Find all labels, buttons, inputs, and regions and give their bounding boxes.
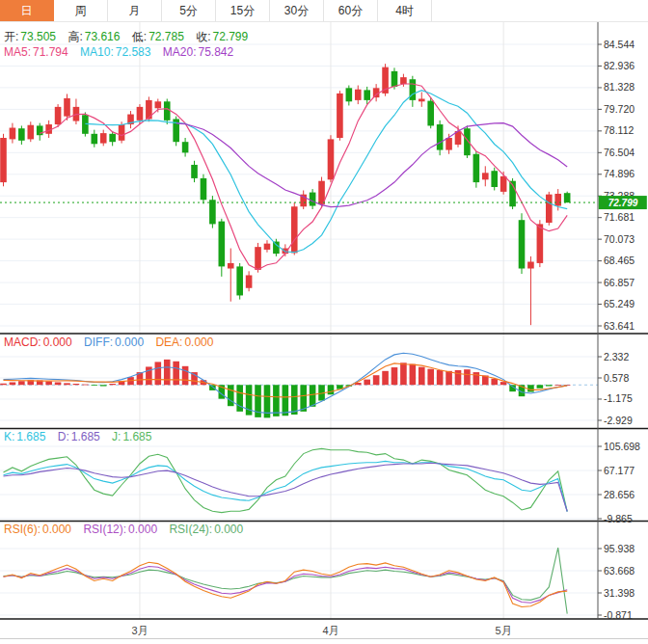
- svg-text:70.073: 70.073: [604, 233, 634, 245]
- timeframe-tabbar: 日 周 月 5分 15分 30分 60分 4时: [0, 0, 648, 22]
- svg-text:67.177: 67.177: [604, 465, 634, 476]
- svg-text:66.857: 66.857: [604, 277, 634, 288]
- svg-text:3月: 3月: [131, 625, 148, 636]
- tab-60min[interactable]: 60分: [324, 0, 378, 21]
- svg-text:28.656: 28.656: [604, 489, 634, 500]
- tab-4hour[interactable]: 4时: [378, 0, 432, 21]
- svg-text:95.938: 95.938: [604, 543, 634, 554]
- svg-text:2.332: 2.332: [604, 351, 629, 362]
- month-gridlines: [140, 22, 503, 619]
- svg-text:71.681: 71.681: [604, 211, 634, 223]
- kdj-layer: [4, 448, 568, 512]
- tab-30min[interactable]: 30分: [270, 0, 324, 21]
- svg-text:72.799: 72.799: [608, 198, 638, 208]
- chart-area: 84.54482.93681.32879.72078.11276.50474.8…: [0, 22, 648, 644]
- svg-text:0.578: 0.578: [604, 372, 629, 384]
- svg-text:78.112: 78.112: [604, 124, 634, 136]
- svg-text:4月: 4月: [322, 625, 338, 636]
- svg-text:76.504: 76.504: [604, 147, 634, 158]
- svg-text:-1.175: -1.175: [604, 392, 633, 404]
- svg-text:68.465: 68.465: [604, 255, 634, 266]
- tab-5min[interactable]: 5分: [162, 0, 216, 21]
- x-axis-labels: 3月4月5月: [131, 625, 511, 636]
- tab-week[interactable]: 周: [54, 0, 108, 21]
- trading-chart-app: 日 周 月 5分 15分 30分 60分 4时 84.54482.93681.3…: [0, 0, 648, 644]
- svg-text:65.249: 65.249: [604, 298, 634, 309]
- svg-text:79.720: 79.720: [604, 103, 634, 115]
- candlestick-layer: [0, 64, 570, 325]
- svg-text:-9.865: -9.865: [604, 513, 633, 524]
- rsi-layer: [4, 548, 568, 614]
- svg-text:81.328: 81.328: [604, 81, 634, 93]
- panel-separators: [0, 22, 648, 639]
- svg-text:63.641: 63.641: [604, 320, 634, 332]
- svg-text:-0.871: -0.871: [604, 609, 633, 621]
- svg-text:63.668: 63.668: [604, 565, 634, 577]
- tab-15min[interactable]: 15分: [216, 0, 270, 21]
- svg-text:5月: 5月: [496, 625, 512, 636]
- chart-canvas[interactable]: 84.54482.93681.32879.72078.11276.50474.8…: [0, 22, 648, 644]
- tab-day[interactable]: 日: [0, 0, 54, 21]
- y-axis-labels: 84.54482.93681.32879.72078.11276.50474.8…: [598, 39, 640, 621]
- svg-text:84.544: 84.544: [604, 39, 634, 50]
- svg-text:-2.929: -2.929: [604, 415, 633, 426]
- tab-month[interactable]: 月: [108, 0, 162, 21]
- svg-text:31.398: 31.398: [604, 587, 634, 599]
- current-price-tag: 72.799: [599, 196, 647, 209]
- macd-layer: [0, 353, 570, 417]
- svg-text:105.698: 105.698: [604, 441, 640, 452]
- svg-text:82.936: 82.936: [604, 60, 634, 71]
- svg-text:74.896: 74.896: [604, 168, 634, 179]
- gridlines: [0, 44, 598, 615]
